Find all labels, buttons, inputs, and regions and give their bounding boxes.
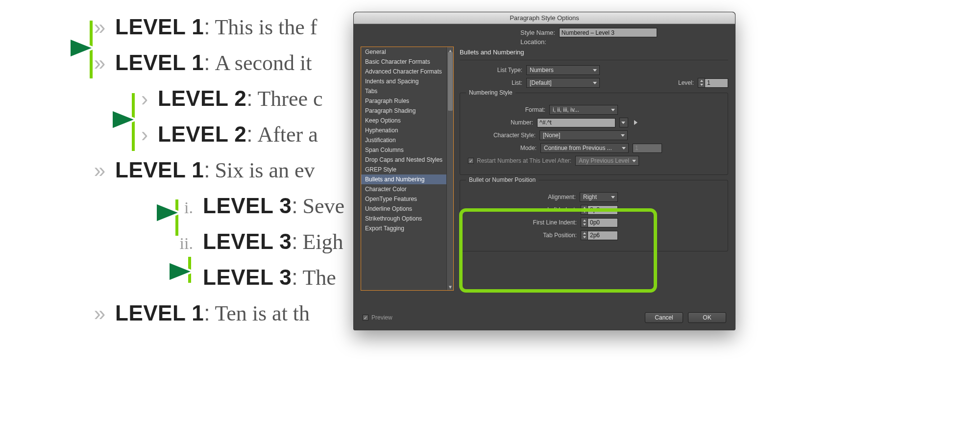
- panel-section-title: Bullets and Numbering: [460, 49, 728, 56]
- location-label: Location:: [520, 38, 546, 46]
- body-text: This is the f: [215, 15, 317, 40]
- number-input[interactable]: [537, 118, 615, 127]
- category-item[interactable]: Span Columns: [361, 145, 453, 155]
- char-style-select[interactable]: [None]: [539, 130, 628, 140]
- colon: :: [292, 194, 297, 218]
- left-indent-stepper[interactable]: [581, 205, 618, 215]
- cancel-button[interactable]: Cancel: [645, 312, 683, 323]
- style-name-input[interactable]: [559, 28, 657, 37]
- format-select[interactable]: i, ii, iii, iv...: [549, 105, 618, 115]
- bullet-glyph: »: [91, 302, 105, 325]
- mode-field: [633, 144, 662, 153]
- list-type-select[interactable]: Numbers: [526, 65, 600, 75]
- dialog-titlebar[interactable]: Paragraph Style Options: [354, 12, 735, 24]
- list-type-label: List Type:: [489, 67, 522, 74]
- numbering-style-group: Numbering Style Format: i, ii, iii, iv..…: [460, 93, 728, 175]
- category-item[interactable]: GREP Style: [361, 165, 453, 174]
- level-label: LEVEL 3: [203, 229, 292, 254]
- tab-position-label: Tab Position:: [543, 232, 577, 239]
- bullet-glyph: ii.: [178, 234, 193, 253]
- category-item[interactable]: Hyphenation: [361, 125, 453, 135]
- format-label: Format:: [525, 106, 545, 113]
- level-label: LEVEL 3: [203, 194, 292, 218]
- position-group: Bullet or Number Position Alignment: Rig…: [460, 180, 728, 251]
- arrow-icon: [92, 198, 185, 227]
- level-stepper[interactable]: [698, 78, 728, 88]
- category-item[interactable]: Paragraph Rules: [361, 96, 453, 106]
- paragraph-style-options-dialog: Paragraph Style Options Style Name: Loca…: [353, 12, 735, 330]
- body-text: Ten is at th: [215, 301, 310, 326]
- alignment-select[interactable]: Right: [580, 192, 618, 202]
- restart-checkbox[interactable]: ✓ Restart Numbers at This Level After:: [468, 157, 571, 164]
- category-item[interactable]: Paragraph Shading: [361, 106, 453, 116]
- category-item[interactable]: General: [361, 47, 453, 57]
- category-item[interactable]: Bullets and Numbering: [361, 174, 453, 184]
- checkbox-icon: ✓: [363, 315, 368, 321]
- alignment-label: Alignment:: [548, 194, 576, 200]
- restart-select[interactable]: Any Previous Level: [575, 156, 639, 166]
- list-select[interactable]: [Default]: [526, 78, 600, 88]
- restart-label: Restart Numbers at This Level After:: [477, 157, 571, 164]
- first-line-indent-stepper[interactable]: [581, 218, 618, 227]
- category-item[interactable]: Justification: [361, 135, 453, 145]
- category-item[interactable]: Character Color: [361, 184, 453, 194]
- body-text: Six is an ev: [215, 158, 315, 183]
- level-label: LEVEL 1: [115, 50, 204, 75]
- body-text: Three c: [257, 86, 322, 111]
- divider: [460, 60, 728, 60]
- play-icon[interactable]: [634, 120, 637, 125]
- level-field[interactable]: [705, 78, 728, 88]
- category-scrollbar[interactable]: ▲ ▼: [446, 47, 453, 290]
- body-text: After a: [257, 122, 318, 147]
- colon: :: [204, 50, 210, 75]
- tab-position-stepper[interactable]: [581, 230, 618, 240]
- arrow-icon: [48, 105, 141, 134]
- preview-checkbox[interactable]: ✓ Preview: [363, 314, 392, 321]
- colon: :: [292, 265, 297, 290]
- number-label: Number:: [511, 119, 533, 126]
- number-menu[interactable]: [619, 118, 628, 127]
- level-label: LEVEL 1: [115, 301, 204, 325]
- colon: :: [204, 158, 210, 182]
- tab-position-field[interactable]: [588, 231, 618, 240]
- arrow-icon: [6, 33, 99, 63]
- style-name-label: Style Name:: [520, 29, 555, 36]
- arrow-icon: [105, 257, 198, 286]
- first-line-indent-label: First Line Indent:: [533, 219, 577, 226]
- char-style-label: Character Style:: [493, 132, 536, 139]
- dialog-title: Paragraph Style Options: [510, 14, 579, 22]
- category-item[interactable]: Export Tagging: [361, 223, 453, 233]
- category-item[interactable]: Keep Options: [361, 116, 453, 125]
- first-line-indent-field[interactable]: [588, 218, 618, 227]
- bullet-glyph: »: [91, 159, 105, 182]
- left-indent-label: Left Indent:: [547, 206, 577, 213]
- mode-label: Mode:: [520, 145, 537, 151]
- category-item[interactable]: Advanced Character Formats: [361, 67, 453, 76]
- category-item[interactable]: Underline Options: [361, 204, 453, 214]
- level-label: LEVEL 1: [115, 15, 204, 39]
- category-item[interactable]: OpenType Features: [361, 194, 453, 204]
- body-text: Eigh: [302, 229, 343, 254]
- level-label: LEVEL 2: [158, 122, 246, 147]
- scroll-down-icon[interactable]: ▼: [448, 284, 453, 289]
- category-item[interactable]: Strikethrough Options: [361, 214, 453, 223]
- body-text: The: [302, 265, 336, 290]
- left-indent-field[interactable]: [588, 205, 618, 215]
- colon: :: [204, 15, 210, 39]
- category-item[interactable]: Drop Caps and Nested Styles: [361, 155, 453, 165]
- mode-select[interactable]: Continue from Previous ...: [540, 143, 629, 153]
- scroll-thumb[interactable]: [448, 52, 453, 111]
- body-text: A second it: [215, 50, 312, 75]
- category-item[interactable]: Basic Character Formats: [361, 57, 453, 67]
- ok-button[interactable]: OK: [688, 312, 726, 323]
- colon: :: [292, 229, 297, 254]
- list-label: List:: [489, 79, 522, 86]
- category-item[interactable]: Indents and Spacing: [361, 76, 453, 86]
- level-label: LEVEL 2: [158, 86, 246, 111]
- category-item[interactable]: Tabs: [361, 86, 453, 96]
- numbering-style-legend: Numbering Style: [466, 89, 515, 96]
- level-label: LEVEL 3: [203, 265, 292, 290]
- colon: :: [246, 86, 252, 111]
- category-list[interactable]: GeneralBasic Character FormatsAdvanced C…: [361, 47, 454, 291]
- options-panel: Bullets and Numbering List Type: Numbers…: [460, 47, 728, 291]
